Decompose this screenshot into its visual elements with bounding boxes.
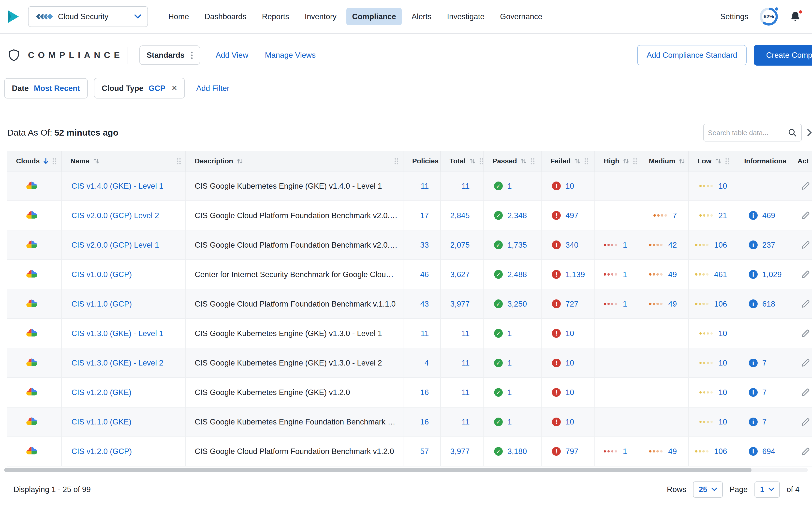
product-selector[interactable]: Cloud Security	[28, 6, 148, 27]
horizontal-scrollbar-thumb[interactable]	[4, 468, 752, 472]
edit-icon[interactable]	[801, 299, 811, 309]
sort-icon[interactable]	[469, 158, 475, 164]
page-select[interactable]: 1	[755, 482, 780, 498]
create-compliance-report-button[interactable]: Create Compl	[754, 45, 812, 65]
nav-item-dashboards[interactable]: Dashboards	[199, 8, 252, 25]
passed-count-link[interactable]: 3,250	[507, 299, 527, 308]
passed-count-link[interactable]: 1	[507, 181, 512, 190]
medium-count-link[interactable]: 7	[673, 211, 677, 220]
product-logo-icon[interactable]	[5, 9, 21, 24]
column-header-description[interactable]: Description	[186, 151, 403, 171]
policies-count-link[interactable]: 17	[420, 211, 429, 220]
filter-value[interactable]: GCP	[149, 84, 165, 93]
standard-name-link[interactable]: CIS v1.1.0 (GKE)	[71, 417, 132, 427]
edit-icon[interactable]	[801, 358, 811, 368]
informational-count-link[interactable]: 618	[762, 299, 775, 308]
drag-handle-icon[interactable]	[479, 158, 484, 164]
failed-count-link[interactable]: 497	[565, 211, 578, 220]
informational-count-link[interactable]: 1,029	[762, 270, 782, 279]
medium-count-link[interactable]: 49	[668, 270, 677, 279]
view-tab-standards[interactable]: Standards	[139, 46, 200, 65]
standard-name-link[interactable]: CIS v1.0.0 (GCP)	[71, 270, 132, 279]
remove-filter-icon[interactable]: ×	[171, 83, 177, 93]
total-count-link[interactable]: 11	[462, 358, 470, 368]
passed-count-link[interactable]: 1	[507, 329, 512, 338]
high-count-link[interactable]: 1	[623, 270, 627, 279]
standard-name-link[interactable]: CIS v1.2.0 (GCP)	[71, 447, 132, 456]
filter-value[interactable]: Most Recent	[34, 84, 80, 93]
add-view-link[interactable]: Add View	[216, 51, 248, 60]
standard-name-link[interactable]: CIS v1.3.0 (GKE) - Level 2	[71, 358, 163, 368]
column-header-total[interactable]: Total	[441, 151, 484, 171]
column-header-name[interactable]: Name	[62, 151, 186, 171]
low-count-link[interactable]: 461	[714, 270, 727, 279]
nav-item-home[interactable]: Home	[162, 8, 195, 25]
add-compliance-standard-button[interactable]: Add Compliance Standard	[637, 45, 746, 65]
filter-chip-date[interactable]: Date Most Recent	[4, 78, 88, 99]
nav-item-governance[interactable]: Governance	[494, 8, 548, 25]
low-count-link[interactable]: 106	[714, 447, 727, 456]
informational-count-link[interactable]: 469	[762, 211, 775, 220]
column-header-high[interactable]: High	[595, 151, 640, 171]
policies-count-link[interactable]: 46	[420, 270, 429, 279]
edit-icon[interactable]	[801, 447, 811, 456]
low-count-link[interactable]: 10	[718, 388, 727, 397]
informational-count-link[interactable]: 694	[762, 447, 775, 456]
total-count-link[interactable]: 2,075	[450, 240, 470, 249]
policies-count-link[interactable]: 4	[424, 358, 429, 368]
drag-handle-icon[interactable]	[633, 158, 638, 164]
settings-link[interactable]: Settings	[720, 12, 748, 21]
informational-count-link[interactable]: 7	[762, 358, 767, 368]
policies-count-link[interactable]: 11	[421, 329, 429, 338]
failed-count-link[interactable]: 10	[565, 358, 574, 368]
drag-handle-icon[interactable]	[725, 158, 730, 164]
passed-count-link[interactable]: 1	[507, 388, 512, 397]
search-input[interactable]	[704, 129, 788, 137]
column-header-clouds[interactable]: Clouds	[7, 151, 61, 171]
passed-count-link[interactable]: 2,488	[507, 270, 527, 279]
failed-count-link[interactable]: 727	[565, 299, 578, 308]
failed-count-link[interactable]: 10	[565, 388, 574, 397]
failed-count-link[interactable]: 797	[565, 447, 578, 456]
failed-count-link[interactable]: 10	[565, 329, 574, 338]
policies-count-link[interactable]: 33	[420, 240, 429, 249]
column-header-low[interactable]: Low	[689, 151, 735, 171]
filter-chip-cloud-type[interactable]: Cloud Type GCP ×	[94, 78, 185, 99]
sort-icon[interactable]	[623, 158, 629, 164]
standard-name-link[interactable]: CIS v1.1.0 (GCP)	[71, 299, 132, 308]
column-header-passed[interactable]: Passed	[484, 151, 542, 171]
standard-name-link[interactable]: CIS v1.3.0 (GKE) - Level 1	[71, 329, 163, 338]
total-count-link[interactable]: 3,627	[450, 270, 470, 279]
edit-icon[interactable]	[801, 328, 811, 338]
total-count-link[interactable]: 11	[462, 181, 470, 190]
high-count-link[interactable]: 1	[623, 447, 627, 456]
nav-item-inventory[interactable]: Inventory	[299, 8, 342, 25]
sort-icon[interactable]	[715, 158, 721, 164]
low-count-link[interactable]: 10	[718, 181, 727, 190]
passed-count-link[interactable]: 2,348	[507, 211, 527, 220]
low-count-link[interactable]: 106	[714, 299, 727, 308]
sort-icon[interactable]	[93, 158, 99, 164]
rows-per-page-select[interactable]: 25	[693, 482, 723, 498]
notifications-bell-icon[interactable]	[789, 10, 802, 23]
edit-icon[interactable]	[801, 270, 811, 279]
medium-count-link[interactable]: 49	[668, 447, 677, 456]
policies-count-link[interactable]: 16	[420, 417, 429, 427]
add-filter-link[interactable]: Add Filter	[196, 84, 230, 93]
informational-count-link[interactable]: 237	[762, 240, 775, 249]
low-count-link[interactable]: 10	[718, 329, 727, 338]
nav-item-alerts[interactable]: Alerts	[406, 8, 437, 25]
total-count-link[interactable]: 3,977	[450, 299, 470, 308]
edit-icon[interactable]	[801, 417, 811, 427]
total-count-link[interactable]: 11	[462, 388, 470, 397]
edit-icon[interactable]	[801, 240, 811, 250]
edit-icon[interactable]	[801, 181, 811, 191]
chevron-right-icon[interactable]	[807, 128, 812, 137]
policies-count-link[interactable]: 43	[420, 299, 429, 308]
failed-count-link[interactable]: 10	[565, 417, 574, 427]
informational-count-link[interactable]: 7	[762, 417, 767, 427]
column-header-actions[interactable]: Act	[787, 151, 812, 171]
failed-count-link[interactable]: 340	[565, 240, 578, 249]
nav-item-compliance[interactable]: Compliance	[346, 8, 402, 25]
standard-name-link[interactable]: CIS v1.2.0 (GKE)	[71, 388, 132, 397]
